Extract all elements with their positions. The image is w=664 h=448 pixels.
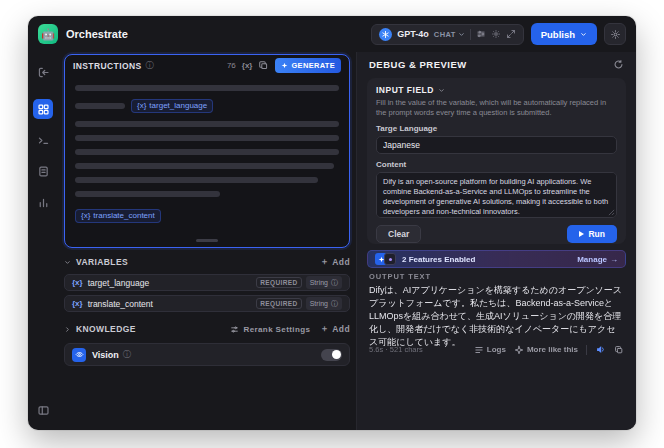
skeleton-line [75, 103, 125, 109]
left-sidebar [28, 52, 58, 430]
model-settings-icon[interactable] [491, 29, 501, 39]
variable-row-translate-content[interactable]: {x} translate_content REQUIRED Stringⓘ [64, 295, 350, 312]
skeleton-line [75, 191, 220, 197]
nav-orchestrate[interactable] [33, 99, 53, 119]
settings-button[interactable] [604, 23, 626, 45]
vision-feature-row: Vision ⓘ [64, 343, 350, 366]
info-icon: ⓘ [331, 299, 338, 309]
features-enabled-bar[interactable]: 2 Features Enabled Manage → [367, 250, 626, 268]
target-language-label: Targe Language [376, 124, 617, 133]
copy-icon[interactable] [258, 60, 269, 71]
openai-model-icon [379, 28, 392, 41]
nav-api-access[interactable] [33, 130, 53, 150]
variable-row-target-language[interactable]: {x} target_language REQUIRED Stringⓘ [64, 274, 350, 291]
knowledge-title: KNOWLEDGE [76, 324, 136, 334]
more-like-this-button[interactable]: More like this [514, 345, 578, 355]
arrow-right-icon: → [610, 255, 618, 264]
feature-icon-purple [384, 253, 396, 265]
instructions-panel[interactable]: INSTRUCTIONS ⓘ 76 {x} GENERATE {x}target… [64, 54, 350, 248]
resize-handle[interactable] [196, 239, 218, 242]
eye-icon [72, 348, 86, 362]
rerank-settings-button[interactable]: Rerank Settings [230, 325, 310, 334]
info-icon: ⓘ [123, 349, 131, 360]
knowledge-header[interactable]: KNOWLEDGE Rerank Settings ＋ Add [64, 321, 350, 337]
content-label: Content [376, 160, 617, 169]
content-textarea[interactable]: Dify is an open-source platform for buil… [376, 172, 617, 218]
variable-token-target-language[interactable]: {x}target_language [131, 99, 213, 113]
target-language-input[interactable] [376, 136, 617, 154]
vision-toggle[interactable] [321, 349, 342, 361]
debug-header: DEBUG & PREVIEW [357, 52, 636, 76]
instructions-header: INSTRUCTIONS ⓘ 76 {x} GENERATE [65, 55, 349, 76]
publish-button[interactable]: Publish [531, 23, 597, 45]
add-variable-button[interactable]: ＋ Add [320, 256, 350, 268]
skeleton-line [75, 149, 339, 155]
variables-title: VARIABLES [76, 257, 128, 267]
model-mode-badge[interactable]: CHAT [434, 30, 465, 39]
output-stats: 5.6s · 521 chars [369, 345, 423, 354]
divider [470, 29, 471, 40]
model-params-icon[interactable] [476, 29, 486, 39]
run-button[interactable]: Run [567, 225, 617, 243]
exit-app-icon[interactable] [33, 62, 53, 82]
variables-section: VARIABLES ＋ Add {x} target_language REQU… [64, 254, 350, 312]
logs-button[interactable]: Logs [474, 345, 506, 355]
knowledge-section: KNOWLEDGE Rerank Settings ＋ Add [64, 321, 350, 337]
features-count-label: 2 Features Enabled [402, 255, 475, 264]
clear-button[interactable]: Clear [376, 225, 421, 243]
insert-variable-icon[interactable]: {x} [242, 61, 253, 70]
input-field-description: Fill in the value of the variable, which… [376, 98, 617, 118]
app-icon[interactable]: 🤖 [38, 24, 58, 44]
generate-button[interactable]: GENERATE [275, 58, 341, 73]
skeleton-line [75, 85, 339, 91]
instructions-title: INSTRUCTIONS [73, 61, 142, 71]
nav-monitoring[interactable] [33, 192, 53, 212]
variables-header[interactable]: VARIABLES ＋ Add [64, 254, 350, 270]
model-selector[interactable]: GPT-4o CHAT [371, 24, 523, 45]
manage-features-link[interactable]: Manage → [577, 255, 618, 264]
info-icon: ⓘ [331, 278, 338, 288]
output-text-content: Difyは、AIアプリケーションを構築するためのオープンソースプラットフォームで… [369, 284, 624, 349]
copy-output-icon[interactable] [614, 345, 624, 355]
required-badge: REQUIRED [256, 277, 302, 288]
input-field-title: INPUT FIELD [376, 85, 434, 95]
debug-title: DEBUG & PREVIEW [369, 59, 467, 70]
char-count: 76 [227, 61, 236, 70]
type-badge[interactable]: Stringⓘ [306, 297, 342, 310]
nav-logs[interactable] [33, 161, 53, 181]
resize-corner-icon[interactable] [608, 209, 615, 216]
required-badge: REQUIRED [256, 298, 302, 309]
input-field-header[interactable]: INPUT FIELD [376, 85, 617, 95]
type-badge[interactable]: Stringⓘ [306, 276, 342, 289]
page-title: Orchestrate [66, 28, 128, 40]
prompt-editor[interactable]: {x}target_language {x}translate_content [65, 76, 349, 223]
skeleton-line [75, 121, 339, 127]
info-icon: ⓘ [146, 60, 154, 71]
app-window: 🤖 Orchestrate GPT-4o CHAT [28, 16, 636, 430]
variable-token-translate-content[interactable]: {x}translate_content [75, 209, 161, 223]
text-to-speech-icon[interactable] [595, 344, 606, 355]
output-text-title: OUTPUT TEXT [369, 272, 431, 281]
expand-icon[interactable] [506, 29, 516, 39]
debug-panel: DEBUG & PREVIEW INPUT FIELD Fill in the … [356, 52, 636, 430]
variable-icon: {x} [72, 278, 83, 287]
panel-toggle-icon[interactable] [33, 400, 53, 420]
skeleton-line [75, 177, 318, 183]
skeleton-line [75, 163, 334, 169]
model-name: GPT-4o [397, 29, 429, 39]
add-knowledge-button[interactable]: ＋ Add [320, 323, 350, 335]
top-header: 🤖 Orchestrate GPT-4o CHAT [28, 16, 636, 52]
input-field-card: INPUT FIELD Fill in the value of the var… [367, 78, 626, 244]
vision-label: Vision [92, 350, 119, 360]
refresh-icon[interactable] [613, 59, 624, 70]
skeleton-line [75, 135, 339, 141]
output-footer: 5.6s · 521 chars Logs More like this [369, 344, 624, 355]
play-icon [579, 231, 584, 237]
variable-icon: {x} [72, 299, 83, 308]
divider [586, 345, 587, 355]
